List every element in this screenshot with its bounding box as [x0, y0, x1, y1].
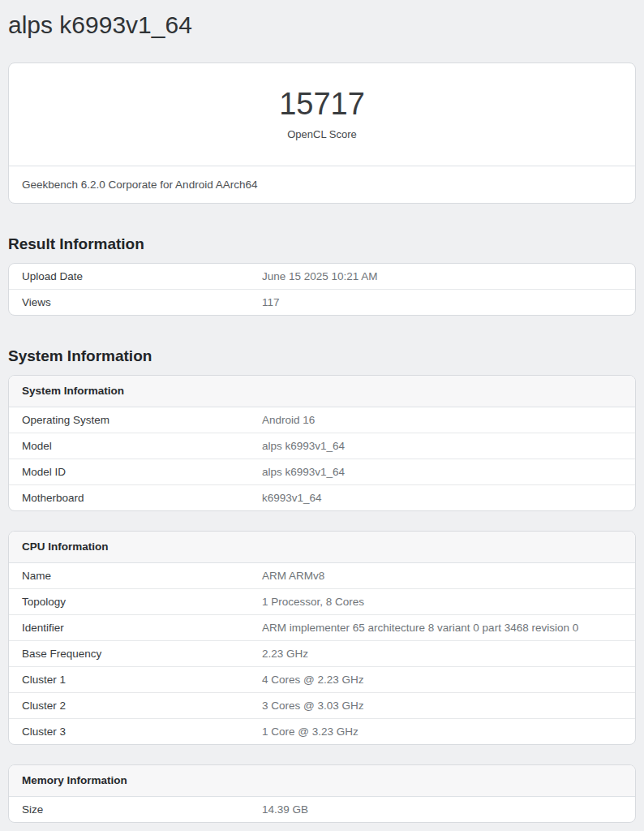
table-row: Size 14.39 GB	[9, 797, 635, 822]
row-value: alps k6993v1_64	[262, 466, 622, 479]
table-row: Cluster 3 1 Core @ 3.23 GHz	[9, 719, 635, 744]
row-label: Upload Date	[22, 270, 262, 283]
table-header-memory-information: Memory Information	[9, 765, 635, 797]
section-heading-system-information: System Information	[8, 347, 636, 365]
table-header-cpu-information: CPU Information	[9, 532, 635, 563]
table-row: Identifier ARM implementer 65 architectu…	[9, 615, 635, 641]
page-title: alps k6993v1_64	[8, 11, 636, 38]
row-value: ARM ARMv8	[262, 570, 622, 583]
row-value: alps k6993v1_64	[262, 440, 622, 453]
row-label: Model ID	[22, 466, 262, 479]
row-value: 3 Cores @ 3.03 GHz	[262, 700, 622, 713]
result-information-table: Upload Date June 15 2025 10:21 AM Views …	[8, 263, 636, 316]
row-value: June 15 2025 10:21 AM	[262, 270, 622, 283]
benchmark-version: Geekbench 6.2.0 Corporate for Android AA…	[9, 166, 635, 203]
score-value: 15717	[25, 88, 619, 120]
score-card: 15717 OpenCL Score Geekbench 6.2.0 Corpo…	[8, 62, 636, 204]
row-value: Android 16	[262, 414, 622, 427]
row-label: Identifier	[22, 622, 262, 635]
table-header-system-information: System Information	[9, 376, 635, 407]
row-value: 14.39 GB	[262, 803, 622, 816]
row-value: k6993v1_64	[262, 492, 622, 505]
table-row: Name ARM ARMv8	[9, 563, 635, 589]
table-row: Base Frequency 2.23 GHz	[9, 641, 635, 667]
table-row: Views 117	[9, 290, 635, 315]
row-label: Views	[22, 296, 262, 309]
score-label: OpenCL Score	[25, 128, 619, 141]
row-label: Cluster 2	[22, 700, 262, 713]
section-heading-result-information: Result Information	[8, 235, 636, 253]
row-value: 1 Processor, 8 Cores	[262, 596, 622, 609]
score-body: 15717 OpenCL Score	[9, 63, 635, 166]
table-row: Model ID alps k6993v1_64	[9, 459, 635, 485]
table-row: Upload Date June 15 2025 10:21 AM	[9, 264, 635, 290]
row-label: Motherboard	[22, 492, 262, 505]
row-label: Size	[22, 803, 262, 816]
table-row: Model alps k6993v1_64	[9, 433, 635, 459]
row-label: Model	[22, 440, 262, 453]
row-label: Cluster 3	[22, 726, 262, 738]
cpu-information-table: CPU Information Name ARM ARMv8 Topology …	[8, 531, 636, 745]
row-label: Cluster 1	[22, 674, 262, 687]
row-label: Topology	[22, 596, 262, 609]
row-value: 117	[262, 296, 622, 309]
row-label: Operating System	[22, 414, 262, 427]
table-row: Motherboard k6993v1_64	[9, 485, 635, 510]
row-value: 1 Core @ 3.23 GHz	[262, 726, 622, 738]
table-row: Topology 1 Processor, 8 Cores	[9, 589, 635, 615]
row-value: 2.23 GHz	[262, 648, 622, 661]
memory-information-table: Memory Information Size 14.39 GB	[8, 764, 636, 823]
row-value: ARM implementer 65 architecture 8 varian…	[262, 622, 622, 635]
table-row: Cluster 1 4 Cores @ 2.23 GHz	[9, 667, 635, 693]
table-row: Operating System Android 16	[9, 407, 635, 433]
row-label: Base Frequency	[22, 648, 262, 661]
table-row: Cluster 2 3 Cores @ 3.03 GHz	[9, 693, 635, 719]
row-value: 4 Cores @ 2.23 GHz	[262, 674, 622, 687]
row-label: Name	[22, 570, 262, 583]
system-information-table: System Information Operating System Andr…	[8, 375, 636, 511]
